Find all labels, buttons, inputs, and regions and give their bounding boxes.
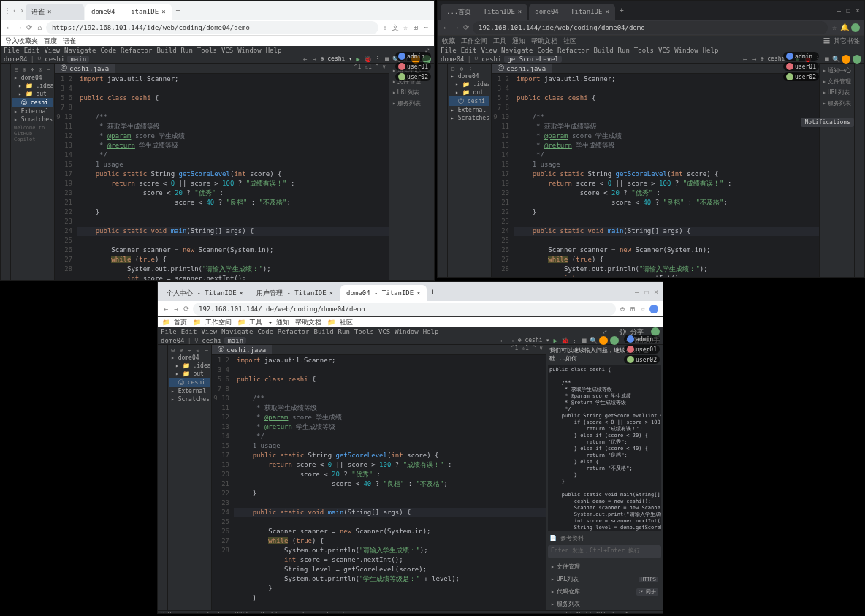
expand-icon[interactable]: ⊕ xyxy=(21,66,28,73)
menu-build[interactable]: Build xyxy=(156,47,176,54)
run-icon[interactable]: ▶ xyxy=(552,337,559,344)
reload-icon[interactable]: ⟳ xyxy=(462,24,470,31)
stop-icon[interactable]: ⏹ xyxy=(383,56,390,63)
tree-item[interactable]: ▸ dome04 xyxy=(12,74,53,82)
menu-edit[interactable]: Edit xyxy=(24,47,40,54)
forward-icon[interactable]: → xyxy=(15,24,23,31)
avatar[interactable] xyxy=(842,55,850,64)
close-icon[interactable]: × xyxy=(47,8,51,15)
chrome-tabstrip: ...首页 - TitanIDE× dome04 - TitanIDE× + —… xyxy=(438,1,864,20)
tree-item[interactable]: ▸ Scratches an... xyxy=(12,115,53,123)
bookmark-menu[interactable]: ☰ 其它书签 xyxy=(823,37,860,45)
menu-refactor[interactable]: Refactor xyxy=(121,47,152,54)
back-icon[interactable]: ← xyxy=(302,56,309,63)
minimize-icon[interactable]: — xyxy=(835,7,842,14)
editor: ⓒ ceshi.java ^1 ⚠1 ^ ∨ 1 2 3 4 5 6 7 8 9… xyxy=(55,64,389,281)
collapse-icon[interactable]: ⊟ xyxy=(13,66,20,73)
ai-quote[interactable]: 📄 参考资料 xyxy=(546,533,663,544)
reload-icon[interactable]: ⟳ xyxy=(26,24,33,31)
project-name[interactable]: dome04 xyxy=(4,56,28,63)
forward-icon[interactable]: → xyxy=(452,24,460,31)
bookmark[interactable]: 语雀 xyxy=(63,37,76,45)
bookmark[interactable]: 工作空间 xyxy=(461,37,487,45)
inspection-badges[interactable]: ^1 ⚠1 ^ ∨ xyxy=(351,64,389,73)
panel-item[interactable]: ▸ URL列表 xyxy=(391,87,422,98)
menu-help[interactable]: Help xyxy=(266,47,282,54)
branch-label[interactable]: main xyxy=(67,56,89,63)
panel-item[interactable]: ▸ 服务列表 xyxy=(391,98,422,109)
tree-item[interactable]: ▸ 📁 out xyxy=(12,90,53,98)
browser-tab[interactable]: dome04 - TitanIDE× xyxy=(529,4,615,20)
bookmark[interactable]: 百度 xyxy=(44,37,57,45)
forward-icon[interactable]: › xyxy=(18,7,26,14)
vcs-branch[interactable]: ⑂ ceshi xyxy=(37,56,65,63)
bookmark[interactable]: 社区 xyxy=(563,37,576,45)
home-icon[interactable]: ⌂ xyxy=(36,24,43,31)
menu-view[interactable]: View xyxy=(44,47,60,54)
menu-code[interactable]: Code xyxy=(100,47,116,54)
bookmark[interactable]: 帮助文档 xyxy=(531,37,557,45)
user-badge[interactable]: admin xyxy=(395,52,431,61)
translate-icon[interactable]: 文 xyxy=(392,24,399,31)
debug-icon[interactable]: 🐞 xyxy=(561,337,568,344)
star-icon[interactable]: ☆ xyxy=(402,24,409,31)
user-badge[interactable]: user02 xyxy=(395,72,431,81)
maximize-icon[interactable]: ☐ xyxy=(845,7,852,14)
new-tab-icon[interactable]: + xyxy=(618,7,625,14)
ai-section[interactable]: ▸ 代码仓库⟳ 同步 xyxy=(546,585,663,598)
url-input[interactable]: 192.168.101.144/ide/web/coding/dome04/de… xyxy=(473,21,828,34)
avatar[interactable] xyxy=(853,55,861,64)
ai-code-block[interactable]: public class ceshi { /** * 获取学生成绩等级 * @p… xyxy=(548,365,661,531)
star-icon[interactable]: ☆ xyxy=(831,24,838,31)
editor-tab[interactable]: ⓒ ceshi.java xyxy=(55,64,115,73)
menu-icon[interactable]: ⋮ xyxy=(4,7,11,14)
close-icon[interactable]: × xyxy=(854,7,861,14)
menu-tools[interactable]: Tools xyxy=(197,47,217,54)
back-icon[interactable]: ← xyxy=(5,24,12,31)
close-icon[interactable]: × xyxy=(518,8,522,15)
ai-section[interactable]: ▸ URL列表HTTPS xyxy=(546,573,663,585)
browser-tab[interactable]: ...首页 - TitanIDE× xyxy=(441,4,527,20)
menu-window[interactable]: Window xyxy=(237,47,262,54)
bookmark[interactable]: 收藏 xyxy=(442,37,455,45)
tree-item[interactable]: ⓒ ceshi xyxy=(12,98,53,107)
share-icon[interactable]: ⇪ xyxy=(381,24,389,31)
notif-icon[interactable]: 🔔 xyxy=(841,24,848,31)
menu-file[interactable]: File xyxy=(4,47,20,54)
bookmark[interactable]: 导入收藏夹 xyxy=(5,37,38,45)
tree-item[interactable]: ▸ External Lib... xyxy=(12,107,53,115)
menu-icon[interactable]: ⋯ xyxy=(422,24,430,31)
search-icon[interactable]: 🔍 xyxy=(590,337,597,344)
run-config[interactable]: ⊕ ceshi ▾ xyxy=(321,56,352,62)
run-icon[interactable]: ▶ xyxy=(354,56,362,63)
back-icon[interactable]: ← xyxy=(442,24,449,31)
more-icon[interactable]: ⋮ xyxy=(373,56,381,63)
browser-tab[interactable]: dome04 - TitanIDE× xyxy=(85,4,172,20)
new-tab-icon[interactable]: + xyxy=(430,288,437,295)
avatar[interactable] xyxy=(851,23,860,32)
browser-tab[interactable]: 语雀× xyxy=(26,4,84,20)
bookmark[interactable]: 通知 xyxy=(512,37,525,45)
close-icon[interactable]: × xyxy=(161,8,165,15)
menu-vcs[interactable]: VCS xyxy=(221,47,233,54)
menu-run[interactable]: Run xyxy=(181,47,193,54)
forward-icon[interactable]: → xyxy=(311,56,319,63)
ai-input[interactable]: Enter 发送，Ctrl+Enter 换行 xyxy=(548,545,661,558)
ai-section[interactable]: ▸ 文件管理 xyxy=(546,560,663,573)
star-icon[interactable]: ☆ xyxy=(639,305,647,313)
new-tab-icon[interactable]: + xyxy=(175,7,182,14)
ext-icon[interactable]: ⊞ xyxy=(412,24,419,31)
search-icon[interactable]: 🔍 xyxy=(832,56,839,63)
tree-item[interactable]: ▸ 📁 .idea xyxy=(12,82,53,90)
bookmark[interactable]: 工具 xyxy=(493,37,506,45)
menu-navigate[interactable]: Navigate xyxy=(64,47,96,54)
project-tree: ⊟⊕÷ ▸ dome04 ▸ 📁 .idea ▸ 📁 out ⓒ ceshi ▸… xyxy=(448,64,492,278)
user-badge[interactable]: user01 xyxy=(395,62,431,71)
ai-section[interactable]: ▸ 服务列表 xyxy=(546,598,663,610)
debug-icon[interactable]: 🐞 xyxy=(364,56,371,63)
close-icon[interactable]: × xyxy=(605,8,609,15)
ide-header: dome04 | ⑂ ceshi main ← → ⊕ ceshi ▾ ▶ 🐞 … xyxy=(1,55,434,64)
code-area[interactable]: 1 2 3 4 5 6 7 8 9 10 11 12 13 14 15 17 1… xyxy=(55,74,389,281)
back-icon[interactable]: ‹ xyxy=(11,7,18,14)
url-input[interactable]: https://192.168.101.144/ide/web/coding/d… xyxy=(46,21,378,34)
